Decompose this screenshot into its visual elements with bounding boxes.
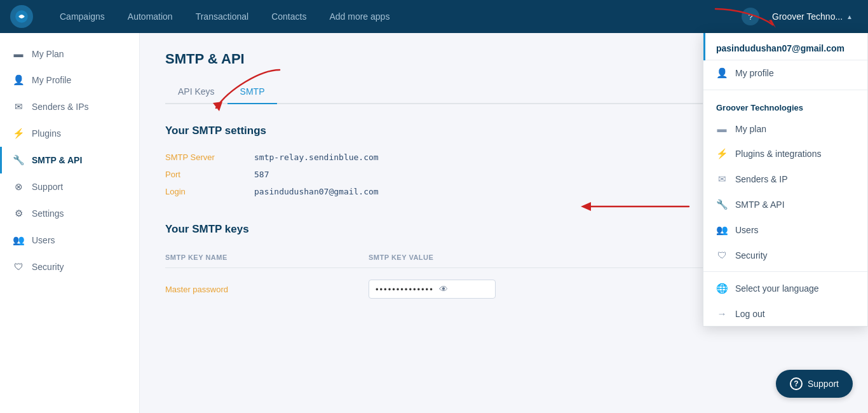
sidebar-item-settings[interactable]: ⚙ Settings xyxy=(0,200,139,227)
my-profile-icon: 👤 xyxy=(13,74,24,86)
help-button[interactable]: ? xyxy=(742,8,759,25)
dropdown-my-plan-label: My plan xyxy=(735,124,766,134)
sidebar-item-my-profile[interactable]: 👤 My Profile xyxy=(0,67,139,93)
support-question-icon: ? xyxy=(790,377,803,390)
users-dropdown-icon: 👥 xyxy=(716,224,728,236)
sidebar-item-senders-ips[interactable]: ✉ Senders & IPs xyxy=(0,93,139,120)
sidebar-item-users[interactable]: 👥 Users xyxy=(0,227,139,254)
dropdown-language-label: Select your language xyxy=(735,283,819,294)
security-icon: 🛡 xyxy=(13,261,24,272)
dropdown-senders-label: Senders & IP xyxy=(735,174,788,184)
dropdown-senders-ip[interactable]: ✉ Senders & IP xyxy=(703,166,867,192)
nav-add-more-apps[interactable]: Add more apps xyxy=(318,0,401,33)
dropdown-divider-1 xyxy=(703,90,867,90)
nav-links: Campaigns Automation Transactional Conta… xyxy=(48,0,742,33)
sidebar: ▬ My Plan 👤 My Profile ✉ Senders & IPs ⚡… xyxy=(0,33,140,413)
dropdown-smtp-api[interactable]: 🔧 SMTP & API xyxy=(703,192,867,217)
sidebar-label-support: Support xyxy=(32,182,63,192)
support-icon: ⊗ xyxy=(13,181,24,193)
settings-icon: ⚙ xyxy=(13,208,24,219)
plugins-dropdown-icon: ⚡ xyxy=(716,148,728,159)
support-button[interactable]: ? Support xyxy=(776,370,853,398)
sidebar-label-security: Security xyxy=(32,262,64,272)
support-button-label: Support xyxy=(808,379,839,389)
smtp-key-value-field: •••••••••••••• 👁 xyxy=(369,280,496,299)
logo[interactable] xyxy=(10,5,33,28)
dropdown-security[interactable]: 🛡 Security xyxy=(703,243,867,267)
dropdown-my-profile[interactable]: 👤 My profile xyxy=(703,60,867,86)
users-icon: 👥 xyxy=(13,234,24,246)
sidebar-label-settings: Settings xyxy=(32,208,64,219)
tab-api-keys[interactable]: API Keys xyxy=(165,80,227,104)
smtp-key-name-header: SMTP KEY NAME xyxy=(165,254,369,261)
dropdown-smtp-label: SMTP & API xyxy=(735,200,785,210)
dropdown-my-profile-label: My profile xyxy=(735,68,774,78)
sidebar-label-senders-ips: Senders & IPs xyxy=(32,102,89,112)
nav-transactional[interactable]: Transactional xyxy=(184,0,261,33)
senders-dropdown-icon: ✉ xyxy=(716,173,728,185)
sidebar-item-smtp-api[interactable]: 🔧 SMTP & API xyxy=(0,147,139,173)
topnav-right: ? Groover Techno... ▲ xyxy=(742,8,858,25)
smtp-key-dots: •••••••••••••• xyxy=(376,285,434,294)
smtp-icon: 🔧 xyxy=(13,154,24,166)
sidebar-item-my-plan[interactable]: ▬ My Plan xyxy=(0,41,139,67)
smtp-server-value: smtp-relay.sendinblue.com xyxy=(254,152,379,162)
account-name: Groover Techno... xyxy=(772,11,843,22)
dropdown-plugins-integrations[interactable]: ⚡ Plugins & integrations xyxy=(703,141,867,166)
nav-campaigns[interactable]: Campaigns xyxy=(48,0,116,33)
dropdown-plugins-label: Plugins & integrations xyxy=(735,149,821,159)
top-navigation: Campaigns Automation Transactional Conta… xyxy=(0,0,868,33)
sidebar-item-support[interactable]: ⊗ Support xyxy=(0,173,139,200)
profile-icon: 👤 xyxy=(716,67,728,79)
eye-icon[interactable]: 👁 xyxy=(439,284,448,294)
plan-icon: ▬ xyxy=(716,123,728,134)
dropdown-divider-2 xyxy=(703,271,867,272)
smtp-port-value: 587 xyxy=(254,170,269,179)
sidebar-label-users: Users xyxy=(32,235,55,245)
dropdown-select-language[interactable]: 🌐 Select your language xyxy=(703,276,867,301)
logout-icon: → xyxy=(716,308,728,319)
nav-contacts[interactable]: Contacts xyxy=(260,0,318,33)
account-menu-trigger[interactable]: Groover Techno... ▲ xyxy=(767,9,858,24)
senders-icon: ✉ xyxy=(13,101,24,112)
sidebar-label-my-profile: My Profile xyxy=(32,75,71,85)
account-dropdown: pasindudushan07@gmail.com 👤 My profile G… xyxy=(703,33,868,327)
smtp-key-name: Master password xyxy=(165,285,369,294)
dropdown-log-out[interactable]: → Log out xyxy=(703,301,867,326)
sidebar-label-plugins: Plugins xyxy=(32,128,61,139)
language-icon: 🌐 xyxy=(716,283,728,294)
dropdown-active-bar xyxy=(703,33,705,60)
dropdown-users[interactable]: 👥 Users xyxy=(703,217,867,243)
dropdown-email: pasindudushan07@gmail.com xyxy=(703,33,867,60)
chevron-down-icon: ▲ xyxy=(846,13,853,20)
my-plan-icon: ▬ xyxy=(13,48,24,59)
tab-smtp[interactable]: SMTP xyxy=(227,80,278,104)
dropdown-users-label: Users xyxy=(735,225,759,235)
smtp-key-value-header: SMTP KEY VALUE xyxy=(369,254,433,261)
sidebar-item-plugins[interactable]: ⚡ Plugins xyxy=(0,120,139,147)
sidebar-label-my-plan: My Plan xyxy=(32,49,64,59)
dropdown-section-header: Groover Technologies xyxy=(703,94,867,116)
dropdown-logout-label: Log out xyxy=(735,309,765,319)
smtp-port-label: Port xyxy=(165,170,254,179)
dropdown-my-plan[interactable]: ▬ My plan xyxy=(703,116,867,141)
plugins-icon: ⚡ xyxy=(13,128,24,139)
dropdown-security-label: Security xyxy=(735,250,768,261)
sidebar-label-smtp-api: SMTP & API xyxy=(32,155,82,165)
smtp-login-label: Login xyxy=(165,187,254,196)
nav-automation[interactable]: Automation xyxy=(116,0,184,33)
security-dropdown-icon: 🛡 xyxy=(716,250,728,261)
smtp-login-value: pasindudushan07@gmail.com xyxy=(254,187,379,196)
smtp-server-label: SMTP Server xyxy=(165,152,254,162)
smtp-dropdown-icon: 🔧 xyxy=(716,199,728,210)
sidebar-item-security[interactable]: 🛡 Security xyxy=(0,254,139,280)
